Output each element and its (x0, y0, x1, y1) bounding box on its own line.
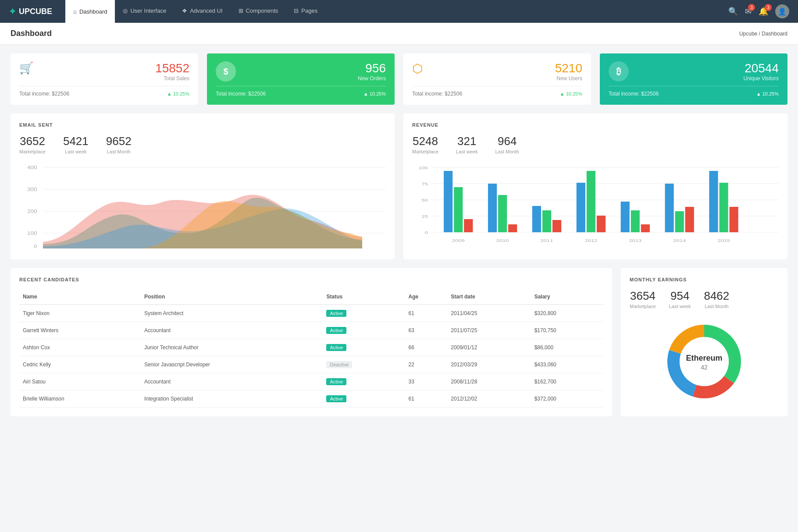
breadcrumb-current: Dashboard (762, 31, 787, 37)
earnings-stats: 3654 Marketplace 954 Last week 8462 Last… (630, 289, 779, 309)
total-sales-trend: ▲ 10.25% (167, 91, 189, 96)
advanced-ui-icon: ❖ (182, 7, 187, 14)
nav-label-pages: Pages (301, 7, 317, 14)
nav-label-components: Components (246, 7, 278, 14)
candidate-name: Airi Satou (19, 373, 141, 390)
bell-button[interactable]: 🔔 3 (759, 7, 768, 16)
svg-text:2011: 2011 (541, 238, 553, 243)
nav-item-pages[interactable]: ⊟ Pages (286, 0, 325, 23)
candidates-title: RECENT CANDIDATES (19, 277, 603, 282)
svg-text:Ethereum: Ethereum (686, 354, 722, 362)
unique-visitors-footer: Total income: $22506 ▲ 10.25% (609, 86, 779, 97)
new-users-number: 5210 (555, 61, 582, 75)
candidate-status: Active (323, 305, 405, 322)
new-orders-number: 956 (358, 61, 386, 75)
revenue-stat-lastmonth: 964 Last Month (495, 135, 519, 154)
earnings-lastmonth-label: Last Month (704, 304, 729, 309)
brand-logo[interactable]: ✦ UPCUBE (9, 6, 52, 17)
total-sales-footer: Total income: $22506 ▲ 10.25% (19, 86, 189, 97)
svg-rect-44 (709, 171, 718, 232)
svg-rect-39 (631, 210, 640, 232)
svg-rect-28 (464, 219, 473, 232)
candidate-salary: $372,000 (531, 390, 603, 408)
revenue-stats: 5248 Marketplace 321 Last week 964 Last … (412, 135, 779, 154)
svg-rect-43 (685, 207, 694, 232)
earnings-marketplace-label: Marketplace (630, 304, 656, 309)
svg-rect-29 (488, 184, 497, 232)
stat-card-unique-visitors: ₿ 20544 Unique Visitors Total income: $2… (600, 53, 787, 105)
stat-card-new-users: ⬡ 5210 New Users Total income: $22506 ▲ … (403, 53, 591, 105)
candidate-salary: $433,060 (531, 356, 603, 373)
email-sent-card: EMAIL SENT 3652 Marketplace 5421 Last we… (11, 113, 395, 259)
donut-chart: Ethereum 42 (630, 318, 779, 405)
revenue-lastmonth-number: 964 (495, 135, 519, 148)
brand-icon: ✦ (9, 6, 16, 17)
col-position: Position (141, 289, 323, 305)
candidate-name: Garrett Winters (19, 322, 141, 339)
status-badge: Active (326, 378, 346, 385)
new-users-footer: Total income: $22506 ▲ 10.25% (412, 86, 582, 97)
table-row: Cedric Kelly Senior Javascript Developer… (19, 356, 603, 373)
svg-text:2009: 2009 (452, 238, 465, 243)
svg-rect-40 (641, 224, 650, 232)
nav-label-advanced-ui: Advanced UI (190, 7, 222, 14)
status-badge: Active (326, 310, 346, 317)
svg-text:2012: 2012 (584, 238, 597, 243)
revenue-card: REVENUE 5248 Marketplace 321 Last week 9… (403, 113, 787, 259)
email-stat-lastmonth: 9652 Last Month (106, 135, 132, 154)
user-avatar[interactable]: 👤 (775, 4, 789, 18)
candidate-name: Brielle Williamson (19, 390, 141, 408)
page-title: Dashboard (11, 29, 52, 38)
svg-text:100: 100 (418, 166, 428, 170)
svg-text:100: 100 (27, 231, 37, 236)
svg-text:50: 50 (422, 198, 428, 202)
email-sent-title: EMAIL SENT (19, 122, 386, 128)
nav-item-components[interactable]: ⊞ Components (231, 0, 286, 23)
stat-card-total-sales: 🛒 15852 Total Sales Total income: $22506… (11, 53, 198, 105)
col-salary: Salary (531, 289, 603, 305)
svg-text:300: 300 (27, 187, 37, 192)
svg-text:75: 75 (422, 182, 428, 186)
new-orders-footer: Total income: $22506 ▲ 10.25% (216, 86, 386, 97)
email-stat-lastweek: 5421 Last week (63, 135, 89, 154)
new-users-income: Total income: $22506 (412, 91, 462, 97)
svg-text:200: 200 (27, 209, 37, 214)
shopping-cart-icon: 🛒 (19, 61, 33, 75)
bottom-row: RECENT CANDIDATES Name Position Status A… (11, 268, 787, 416)
earnings-card: MONTHLY EARNINGS 3654 Marketplace 954 La… (621, 268, 787, 416)
unique-visitors-income: Total income: $22506 (609, 91, 659, 97)
svg-text:25: 25 (422, 214, 428, 219)
earnings-marketplace: 3654 Marketplace (630, 289, 656, 309)
email-area-chart: 400 300 200 100 0 2007 2008 200 (19, 163, 386, 251)
candidate-age: 22 (405, 356, 448, 373)
svg-rect-46 (730, 207, 738, 232)
revenue-stat-lastweek: 321 Last week (456, 135, 478, 154)
table-row: Tiger Nixon System Architect Active 61 2… (19, 305, 603, 322)
dashboard-icon: ⌂ (73, 8, 77, 15)
email-sent-stats: 3652 Marketplace 5421 Last week 9652 Las… (19, 135, 386, 154)
revenue-stat-marketplace: 5248 Marketplace (412, 135, 438, 154)
candidate-name: Tiger Nixon (19, 305, 141, 322)
stat-card-new-orders: $ 956 New Orders Total income: $22506 ▲ … (207, 53, 395, 105)
candidate-age: 61 (405, 390, 448, 408)
nav-item-dashboard[interactable]: ⌂ Dashboard (65, 0, 115, 23)
candidate-age: 66 (405, 339, 448, 356)
nav-item-advanced-ui[interactable]: ❖ Advanced UI (174, 0, 230, 23)
nav-item-user-interface[interactable]: ◎ User Interface (115, 0, 174, 23)
pages-icon: ⊟ (294, 7, 299, 14)
email-lastmonth-label: Last Month (106, 149, 132, 154)
candidate-age: 61 (405, 305, 448, 322)
candidate-age: 33 (405, 373, 448, 390)
candidate-status: Active (323, 322, 405, 339)
status-badge: Active (326, 344, 346, 351)
mail-button[interactable]: ✉ 3 (745, 7, 752, 16)
search-button[interactable]: 🔍 (728, 7, 738, 16)
svg-rect-42 (675, 211, 684, 232)
candidate-start: 2012/03/29 (447, 356, 531, 373)
table-row: Garrett Winters Accountant Active 63 201… (19, 322, 603, 339)
svg-rect-41 (665, 184, 674, 232)
earnings-lastweek-number: 954 (669, 289, 691, 303)
candidate-start: 2012/12/02 (447, 390, 531, 408)
donut-wrap: Ethereum 42 (660, 318, 748, 405)
table-row: Brielle Williamson Integration Specialis… (19, 390, 603, 408)
